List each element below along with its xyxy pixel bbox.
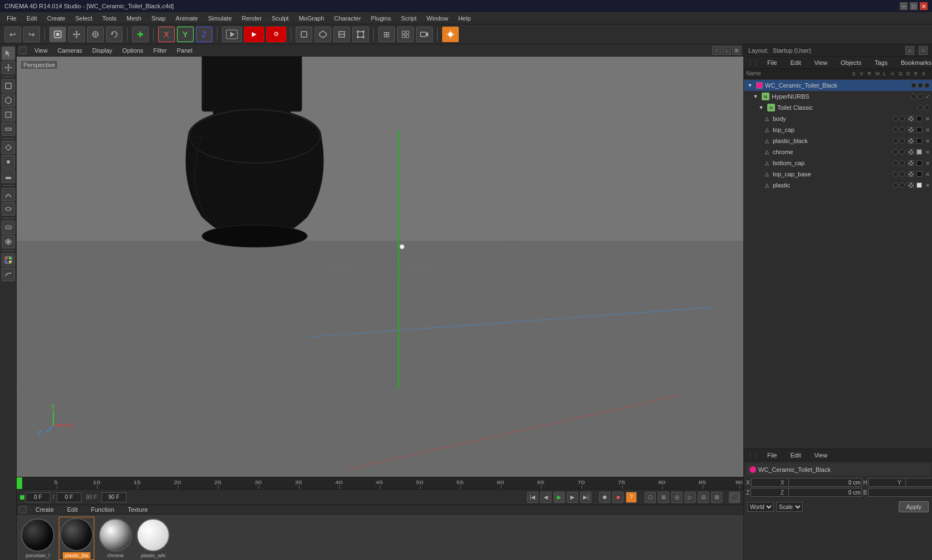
obj-mat-pb[interactable] — [908, 138, 914, 144]
select-tool-icon[interactable] — [2, 47, 15, 60]
spline-icon[interactable] — [2, 188, 15, 201]
tl-v[interactable] — [918, 83, 923, 88]
vp-menu-panel[interactable]: Panel — [173, 46, 197, 55]
snap-button[interactable]: ⊞ — [378, 27, 395, 42]
timeline-playhead[interactable] — [17, 477, 22, 489]
obj-menu-tags[interactable]: Tags — [870, 58, 892, 67]
tl-toilet-1[interactable] — [918, 105, 923, 110]
obj-menu-file[interactable]: File — [763, 58, 782, 67]
obj-mat-pb-2[interactable] — [916, 138, 922, 144]
obj-mat-bc-2[interactable] — [916, 160, 922, 166]
viewport-3d[interactable]: X Y Z — [17, 57, 743, 477]
coord-system-select[interactable]: World — [747, 502, 774, 512]
obj-mat-p-2[interactable] — [916, 182, 922, 188]
floor-icon[interactable] — [2, 170, 15, 183]
key-mode-button[interactable]: ⬡ — [645, 492, 656, 503]
vp-menu-display[interactable]: Display — [88, 46, 116, 55]
frame-input-2[interactable] — [57, 492, 82, 502]
obj-expand-icon-root[interactable]: ▼ — [746, 82, 754, 89]
mat-menu-function[interactable]: Function — [87, 505, 119, 514]
x-axis-button[interactable]: X — [158, 27, 175, 42]
stop-button[interactable]: ■ — [612, 492, 624, 503]
cam-button[interactable] — [416, 27, 433, 42]
record-button[interactable]: ⏺ — [599, 492, 610, 503]
obj-mat-tcb-2[interactable] — [916, 171, 922, 177]
obj-row-plastic[interactable]: △ plastic ✕ — [761, 180, 932, 191]
attr-menu-view[interactable]: View — [810, 451, 832, 460]
material-plastic-white[interactable]: plastic_whi — [136, 518, 170, 558]
obj-mat-chrome[interactable] — [908, 149, 914, 155]
light-icon[interactable] — [2, 155, 15, 169]
layout-icon-1[interactable]: ⌂ — [905, 46, 914, 55]
tl-chrome-1[interactable] — [893, 149, 898, 155]
tl-body-1[interactable] — [893, 116, 898, 121]
max-frame-input[interactable] — [102, 492, 126, 502]
coord-mode-select[interactable]: Scale — [776, 502, 803, 512]
current-frame-input[interactable] — [26, 492, 50, 502]
sculpt-icon[interactable] — [2, 268, 15, 281]
add-object-button[interactable]: ✚ — [132, 27, 149, 42]
tl-p-1[interactable] — [893, 182, 898, 188]
menu-animate[interactable]: Animate — [171, 14, 202, 23]
vp-menu-filter[interactable]: Filter — [149, 46, 171, 55]
obj-row-toilet-classic[interactable]: ▼ G Toilet Classic — [755, 102, 932, 113]
menu-window[interactable]: Window — [422, 14, 453, 23]
edge-mode-icon[interactable] — [2, 108, 15, 121]
anim-mode-button[interactable]: ⊞ — [658, 492, 669, 503]
menu-mesh[interactable]: Mesh — [122, 14, 146, 23]
mat-menu-create[interactable]: Create — [31, 505, 58, 514]
tl-topcap-1[interactable] — [893, 127, 898, 133]
menu-mograph[interactable]: MoGraph — [294, 14, 328, 23]
move-button[interactable] — [68, 27, 85, 42]
coord-y-input[interactable] — [905, 478, 932, 487]
vp-menu-view[interactable]: View — [30, 46, 52, 55]
menu-select[interactable]: Select — [71, 14, 97, 23]
vp-icon-3[interactable]: ⊞ — [732, 46, 741, 55]
help-button[interactable]: ? — [626, 492, 637, 503]
move-tool-icon[interactable] — [2, 61, 15, 74]
menu-simulate[interactable]: Simulate — [204, 14, 236, 23]
view-mode-button[interactable]: ⬛ — [729, 492, 740, 503]
tl-tcb-1[interactable] — [893, 171, 898, 177]
obj-mat-topcap[interactable] — [908, 127, 914, 133]
material-chrome[interactable]: chrome — [99, 518, 132, 558]
apply-button[interactable]: Apply — [899, 501, 929, 512]
vp-menu-cameras[interactable]: Cameras — [53, 46, 87, 55]
deformer-icon[interactable] — [2, 221, 15, 234]
poly-mode-icon[interactable] — [2, 94, 15, 107]
obj-mat-chrome-2[interactable] — [916, 149, 922, 155]
timeline-ruler-area[interactable]: 0 5 10 15 20 25 30 35 40 — [17, 477, 743, 489]
tl-nurbs-2[interactable] — [918, 94, 923, 99]
obj-row-body[interactable]: △ body ✕ — [761, 113, 932, 124]
obj-menu-view[interactable]: View — [810, 58, 832, 67]
tl-pb-1[interactable] — [893, 138, 898, 144]
scale-button[interactable] — [87, 27, 104, 42]
obj-row-top-cap[interactable]: △ top_cap ✕ — [761, 124, 932, 135]
attr-menu-edit[interactable]: Edit — [786, 451, 806, 460]
effector-icon[interactable] — [2, 235, 15, 248]
obj-menu-edit[interactable]: Edit — [786, 58, 806, 67]
obj-mat-bc[interactable] — [908, 160, 914, 166]
tl-chrome-2[interactable] — [899, 149, 905, 155]
coord-x-pos-input[interactable] — [788, 478, 862, 487]
obj-row-chrome[interactable]: △ chrome ✕ — [761, 146, 932, 157]
goto-end-button[interactable]: ▶| — [580, 492, 591, 503]
camera-icon[interactable] — [2, 141, 15, 154]
material-porcelain[interactable]: porcelain_l — [21, 518, 54, 558]
param-button[interactable]: ⊞ — [711, 492, 722, 503]
nurbs-icon[interactable] — [2, 202, 15, 216]
obj-menu-bookmarks[interactable]: Bookmarks — [896, 58, 932, 67]
menu-render[interactable]: Render — [237, 14, 266, 23]
tl-bc-2[interactable] — [899, 160, 905, 166]
obj-mat-topcap-2[interactable] — [916, 127, 922, 133]
tl-r[interactable] — [924, 83, 930, 88]
mat-menu-edit[interactable]: Edit — [63, 505, 82, 514]
menu-character[interactable]: Character — [330, 14, 365, 23]
render-region-button[interactable] — [222, 27, 242, 42]
vp-icon-1[interactable]: ↑ — [712, 46, 721, 55]
object-mode-button[interactable] — [296, 27, 312, 42]
obj-row-bottom-cap[interactable]: △ bottom_cap ✕ — [761, 157, 932, 169]
obj-expand-icon-nurbs[interactable]: ▼ — [752, 93, 759, 100]
menu-edit[interactable]: Edit — [22, 14, 42, 23]
step-forward-button[interactable]: ▶ — [567, 492, 578, 503]
